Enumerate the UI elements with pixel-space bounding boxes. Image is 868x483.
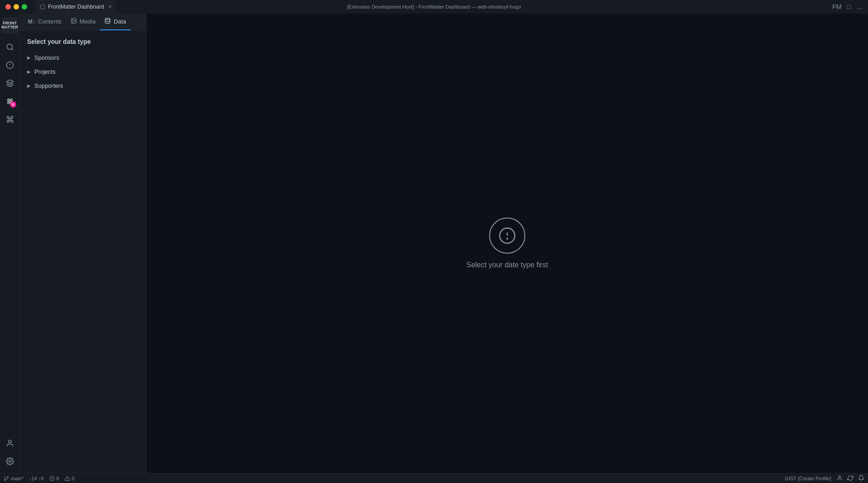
commits-label: ↓14 ↑0 — [29, 476, 43, 481]
svg-line-1 — [11, 48, 13, 50]
data-item-sponsors-label: Sponsors — [34, 54, 59, 61]
svg-point-10 — [72, 19, 73, 20]
empty-state: Select your date type first — [467, 218, 548, 269]
fm-icon-action[interactable]: FM — [832, 3, 841, 10]
status-gist[interactable]: GIST [Create Profile] — [785, 476, 831, 481]
warnings-label: 0 — [72, 476, 75, 481]
svg-point-17 — [5, 479, 6, 480]
status-bell-icon[interactable] — [858, 475, 864, 482]
tab-data[interactable]: Data — [100, 14, 130, 30]
status-warnings[interactable]: 0 — [65, 476, 75, 481]
svg-point-23 — [839, 475, 841, 478]
chevron-supporters-icon: ▶ — [27, 83, 31, 88]
tab-label: FrontMatter Dashboard — [48, 4, 104, 10]
warning-icon — [65, 476, 70, 481]
svg-point-7 — [9, 440, 11, 443]
branch-label: main* — [11, 476, 24, 481]
layout-icon-action[interactable]: □ — [847, 3, 851, 10]
svg-point-4 — [10, 99, 12, 101]
data-icon — [104, 18, 111, 25]
error-icon — [49, 476, 55, 481]
frontmatter-tab[interactable]: ⬡ FrontMatter Dashboard × — [35, 0, 116, 14]
errors-label: 0 — [57, 476, 59, 481]
svg-point-3 — [7, 99, 9, 101]
svg-point-8 — [9, 460, 11, 463]
tab-contents-label: Contents — [38, 18, 61, 25]
chevron-projects-icon: ▶ — [27, 69, 31, 74]
activity-account[interactable] — [2, 435, 18, 451]
chevron-sponsors-icon: ▶ — [27, 55, 31, 60]
main-layout: FRONT MATTER 9 — [0, 14, 868, 473]
status-commits[interactable]: ↓14 ↑0 — [29, 476, 43, 481]
svg-point-11 — [105, 18, 110, 20]
empty-state-text: Select your date type first — [467, 261, 548, 269]
status-branch[interactable]: main* — [4, 476, 24, 481]
activity-media[interactable] — [2, 111, 18, 128]
activity-bar: FRONT MATTER 9 — [0, 14, 20, 473]
minimize-button[interactable] — [14, 4, 19, 9]
activity-debug[interactable] — [2, 57, 18, 73]
contents-icon: M↓ — [28, 19, 35, 25]
activity-settings[interactable] — [2, 453, 18, 469]
branch-icon — [4, 476, 9, 481]
more-action[interactable]: … — [856, 3, 863, 10]
status-bar: main* ↓14 ↑0 0 0 GIST [Create Profile] — [0, 473, 868, 483]
svg-point-16 — [7, 476, 9, 478]
activity-bar-bottom — [2, 435, 18, 469]
svg-point-0 — [7, 44, 12, 49]
window-controls — [5, 4, 27, 9]
activity-data-view[interactable]: 9 — [2, 93, 18, 109]
status-sync-icon[interactable] — [847, 475, 854, 482]
svg-point-14 — [507, 238, 508, 239]
empty-state-icon — [489, 218, 525, 254]
tab-contents[interactable]: M↓ Contents — [24, 14, 66, 30]
tab-media[interactable]: Media — [66, 14, 100, 30]
close-button[interactable] — [5, 4, 11, 9]
tab-icon: ⬡ — [40, 3, 45, 10]
activity-snippets[interactable] — [2, 75, 18, 91]
status-errors[interactable]: 0 — [49, 476, 59, 481]
tab-data-label: Data — [113, 18, 126, 25]
main-content: Select your date type first — [146, 14, 868, 473]
data-item-supporters[interactable]: ▶ Supporters — [20, 79, 146, 93]
data-item-projects-label: Projects — [34, 68, 56, 75]
activity-search[interactable] — [2, 39, 18, 55]
data-view-badge: 9 — [10, 101, 16, 108]
status-actions-right — [836, 475, 864, 482]
svg-point-5 — [7, 102, 9, 104]
status-person-icon[interactable] — [836, 475, 843, 482]
data-item-sponsors[interactable]: ▶ Sponsors — [20, 51, 146, 65]
data-item-supporters-label: Supporters — [34, 82, 63, 89]
tab-media-label: Media — [80, 18, 95, 25]
sidebar-content: Select your data type ▶ Sponsors ▶ Proje… — [20, 31, 146, 473]
window-title: [Extension Development Host] - FrontMatt… — [347, 4, 521, 9]
nav-tabs: M↓ Contents Media Data — [20, 14, 146, 31]
title-bar: ⬡ FrontMatter Dashboard × [Extension Dev… — [0, 0, 868, 14]
title-bar-actions: FM □ … — [832, 3, 863, 10]
tab-close-button[interactable]: × — [108, 4, 112, 10]
activity-logo[interactable]: FRONT MATTER — [2, 17, 18, 33]
media-icon — [71, 18, 77, 25]
sidebar-title: Select your data type — [20, 38, 146, 51]
sidebar: M↓ Contents Media Data Select your data … — [20, 14, 146, 473]
maximize-button[interactable] — [22, 4, 27, 9]
data-item-projects[interactable]: ▶ Projects — [20, 65, 146, 79]
gist-label: GIST [Create Profile] — [785, 476, 831, 481]
